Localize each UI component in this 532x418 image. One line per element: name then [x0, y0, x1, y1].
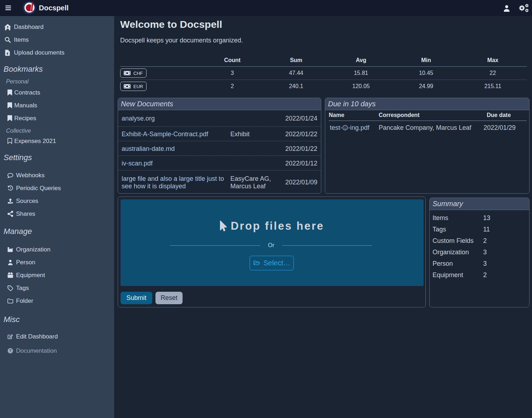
svg-text:?: ? [9, 349, 11, 353]
